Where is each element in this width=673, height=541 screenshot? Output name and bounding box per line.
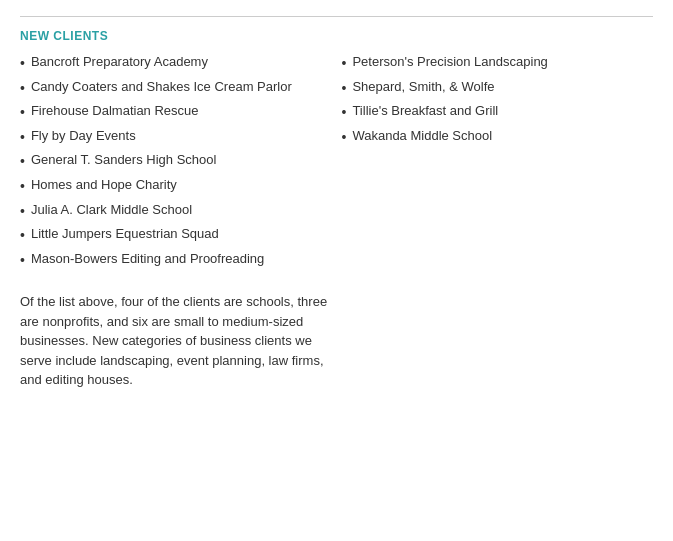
bullet-icon: • (20, 103, 25, 123)
bullet-icon: • (342, 54, 347, 74)
list-item: • Wakanda Middle School (342, 127, 654, 148)
summary-paragraph: Of the list above, four of the clients a… (20, 292, 340, 390)
client-name: General T. Sanders High School (31, 151, 216, 169)
client-name: Tillie's Breakfast and Grill (352, 102, 498, 120)
client-name: Little Jumpers Equestrian Squad (31, 225, 219, 243)
bullet-icon: • (20, 54, 25, 74)
bullet-icon: • (342, 79, 347, 99)
column-left: • Bancroft Preparatory Academy • Candy C… (20, 53, 332, 274)
page-container: NEW CLIENTS • Bancroft Preparatory Acade… (0, 0, 673, 410)
bullet-icon: • (20, 177, 25, 197)
client-name: Peterson's Precision Landscaping (352, 53, 547, 71)
list-item: • Mason-Bowers Editing and Proofreading (20, 250, 332, 271)
client-name: Homes and Hope Charity (31, 176, 177, 194)
client-name: Bancroft Preparatory Academy (31, 53, 208, 71)
list-item: • Shepard, Smith, & Wolfe (342, 78, 654, 99)
client-name: Wakanda Middle School (352, 127, 492, 145)
bullet-icon: • (20, 226, 25, 246)
bullet-icon: • (342, 103, 347, 123)
list-item: • Candy Coaters and Shakes Ice Cream Par… (20, 78, 332, 99)
columns-wrapper: • Bancroft Preparatory Academy • Candy C… (20, 53, 653, 274)
top-divider (20, 16, 653, 17)
client-name: Shepard, Smith, & Wolfe (352, 78, 494, 96)
list-item: • Tillie's Breakfast and Grill (342, 102, 654, 123)
bullet-icon: • (20, 152, 25, 172)
list-item: • Julia A. Clark Middle School (20, 201, 332, 222)
list-item: • Fly by Day Events (20, 127, 332, 148)
list-item: • Firehouse Dalmatian Rescue (20, 102, 332, 123)
list-item: • Bancroft Preparatory Academy (20, 53, 332, 74)
client-name: Candy Coaters and Shakes Ice Cream Parlo… (31, 78, 292, 96)
list-item: • Little Jumpers Equestrian Squad (20, 225, 332, 246)
bullet-icon: • (342, 128, 347, 148)
bullet-icon: • (20, 251, 25, 271)
right-client-list: • Peterson's Precision Landscaping • She… (342, 53, 654, 147)
list-item: • Peterson's Precision Landscaping (342, 53, 654, 74)
column-right: • Peterson's Precision Landscaping • She… (342, 53, 654, 274)
list-item: • General T. Sanders High School (20, 151, 332, 172)
client-name: Julia A. Clark Middle School (31, 201, 192, 219)
client-name: Fly by Day Events (31, 127, 136, 145)
bullet-icon: • (20, 79, 25, 99)
left-client-list: • Bancroft Preparatory Academy • Candy C… (20, 53, 332, 270)
section-header: NEW CLIENTS (20, 29, 653, 43)
client-name: Firehouse Dalmatian Rescue (31, 102, 199, 120)
bullet-icon: • (20, 128, 25, 148)
bullet-icon: • (20, 202, 25, 222)
client-name: Mason-Bowers Editing and Proofreading (31, 250, 264, 268)
list-item: • Homes and Hope Charity (20, 176, 332, 197)
